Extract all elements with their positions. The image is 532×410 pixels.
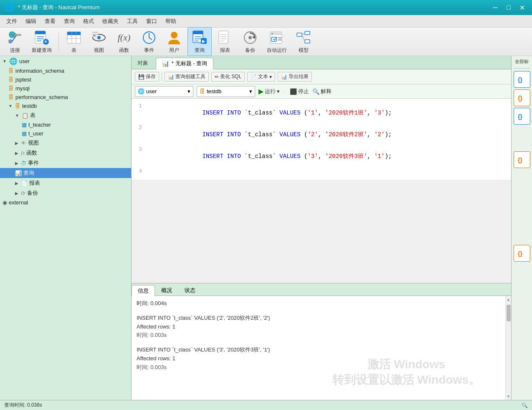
menu-help[interactable]: 帮助 — [161, 16, 180, 27]
paren-1: ( — [301, 110, 308, 116]
text-icon: 📄 — [251, 74, 257, 80]
sidebar-item-t-teacher[interactable]: ▦ t_teacher — [0, 120, 131, 129]
funcs-icon: fx — [21, 150, 25, 156]
run-label: 运行 — [265, 88, 276, 95]
sidebar-item-user-connection[interactable]: ▼ 🌐 user — [0, 56, 131, 66]
minimize-button[interactable]: ─ — [489, 2, 501, 13]
sidebar-item-performance-schema[interactable]: 🗄 performance_schema — [0, 93, 131, 102]
toolbar-table[interactable]: 表 — [62, 28, 86, 56]
menu-query[interactable]: 查询 — [60, 16, 79, 27]
explain-button[interactable]: 🔍 解释 — [312, 88, 332, 95]
toolbar-event[interactable]: 事件 — [137, 28, 161, 56]
end-3: ); — [385, 153, 392, 160]
sidebar-item-backups-folder[interactable]: ▶ ⟳ 备份 — [0, 188, 131, 198]
right-panel-btn-3[interactable]: {} — [514, 108, 530, 125]
code-line-1: 1 INSERT INTO `t_class` VALUES ('1', '20… — [132, 102, 511, 124]
right-panel-btn-4[interactable]: {} — [514, 151, 530, 168]
toolbar-fx[interactable]: f(x) 函数 — [112, 28, 136, 56]
beautify-button[interactable]: ✏ 美化 SQL — [211, 72, 245, 81]
scroll-thumb[interactable] — [507, 305, 511, 321]
save-button[interactable]: 💾 保存 — [135, 72, 159, 81]
code-line-2: 2 INSERT INTO `t_class` VALUES ('2', '20… — [132, 124, 511, 145]
query-time-label: 查询时间: 0.038s — [4, 402, 42, 409]
connect-label: 连接 — [10, 47, 20, 54]
svg-text:+: + — [44, 39, 47, 45]
user-connection-icon: 🌐 — [9, 57, 18, 65]
close-button[interactable]: ✕ — [516, 2, 528, 13]
connection-select[interactable]: 🌐 user ▾ — [135, 86, 193, 97]
tab-object[interactable]: 对象 — [132, 57, 154, 69]
menu-edit[interactable]: 编辑 — [21, 16, 41, 27]
svg-rect-32 — [219, 31, 228, 43]
beautify-icon: ✏ — [215, 74, 219, 80]
run-button[interactable]: ▶ 运行 ▾ — [258, 87, 280, 95]
title-bar-controls: ─ □ ✕ — [489, 2, 528, 13]
menu-window[interactable]: 窗口 — [142, 16, 161, 27]
text-button[interactable]: 📄 文本 ▾ — [247, 72, 275, 81]
sidebar-item-reports-folder[interactable]: ▶ 📄 报表 — [0, 178, 131, 188]
menu-format[interactable]: 格式 — [79, 16, 98, 27]
toolbar-connect[interactable]: + 连接 — [3, 28, 27, 56]
sidebar-item-information-schema[interactable]: 🗄 information_schema — [0, 66, 131, 75]
right-panel-btn-2[interactable]: {} — [514, 89, 530, 106]
scroll-up-arrow[interactable]: ▲ — [505, 296, 511, 303]
database-select[interactable]: 🗄 testdb ▾ — [197, 86, 255, 97]
scroll-down-arrow[interactable]: ▼ — [505, 393, 511, 400]
sidebar-item-mysql[interactable]: 🗄 mysql — [0, 84, 131, 93]
save-icon: 💾 — [138, 74, 144, 80]
sidebar-item-external[interactable]: ◉ external — [0, 198, 131, 207]
right-panel-btn-5[interactable]: {} — [514, 245, 530, 262]
sidebar-item-views-folder[interactable]: ▶ 👁 视图 — [0, 138, 131, 148]
menu-tools[interactable]: 工具 — [123, 16, 142, 27]
search-icon[interactable]: 🔍 — [522, 402, 528, 408]
code-line-3: 3 INSERT INTO `t_class` VALUES ('3', '20… — [132, 145, 511, 167]
result-scrollbar[interactable]: ▲ ▼ — [505, 296, 511, 400]
result-entry-1: INSERT INTO `t_class` VALUES ('2', '2020… — [137, 314, 500, 340]
maximize-button[interactable]: □ — [503, 2, 514, 13]
sidebar-item-jsptest[interactable]: 🗄 jsptest — [0, 75, 131, 84]
app-icon: 🌐 — [4, 3, 15, 13]
toolbar-view[interactable]: 视图 — [87, 28, 111, 56]
stop-button[interactable]: ⬛ 停止 — [290, 88, 309, 95]
report-icon — [217, 29, 233, 46]
line-content-1: INSERT INTO `t_class` VALUES ('1', '2020… — [146, 102, 511, 123]
sidebar-item-funcs-folder[interactable]: ▶ fx 函数 — [0, 148, 131, 158]
sidebar-item-events-folder[interactable]: ▶ ⏱ 事件 — [0, 158, 131, 168]
toolbar-backup[interactable]: 备份 — [238, 28, 262, 56]
right-panel-top-label: 全部标 — [514, 58, 529, 66]
result-content: 时间: 0.004s INSERT INTO `t_class` VALUES … — [132, 296, 505, 400]
right-panel-btn-1[interactable]: {} — [514, 71, 530, 88]
editor-main[interactable]: 1 INSERT INTO `t_class` VALUES ('1', '20… — [132, 99, 511, 283]
result-entry-2: INSERT INTO `t_class` VALUES ('3', '2020… — [137, 346, 500, 372]
toolbar-model[interactable]: 模型 — [292, 28, 315, 56]
menu-file[interactable]: 文件 — [2, 16, 21, 27]
export-button[interactable]: 📊 导出结果 — [278, 72, 312, 81]
toolbar-newquery[interactable]: + 新建查询 — [28, 28, 55, 56]
external-label: external — [9, 199, 28, 206]
result-tab-overview[interactable]: 概况 — [155, 285, 178, 295]
builder-icon: 📊 — [168, 74, 174, 80]
query-builder-button[interactable]: 📊 查询创建工具 — [165, 72, 209, 81]
val3-1: '3' — [374, 110, 385, 116]
user-label: 用户 — [169, 47, 179, 54]
queries-icon: 📊 — [15, 170, 22, 176]
result-tab-status[interactable]: 状态 — [178, 285, 202, 295]
code-editor[interactable]: 1 INSERT INTO `t_class` VALUES ('1', '20… — [132, 99, 511, 180]
sidebar-item-queries-folder[interactable]: 📊 查询 — [0, 168, 131, 178]
sidebar-item-testdb[interactable]: ▼ 🗄 testdb — [0, 102, 131, 110]
sidebar-item-tables-folder[interactable]: ▼ 📋 表 — [0, 110, 131, 120]
comma-2a: , — [318, 131, 325, 138]
tab-query[interactable]: 📊 * 无标题 - 查询 — [156, 58, 213, 69]
sidebar-item-t-user[interactable]: ▦ t_user — [0, 129, 131, 138]
toolbar-autorun[interactable]: 自动运行 — [263, 28, 290, 56]
result-tab-info[interactable]: 信息 — [132, 285, 155, 296]
views-icon: 👁 — [21, 140, 26, 146]
arrow-tables: ▼ — [15, 113, 19, 118]
menu-favorites[interactable]: 收藏夹 — [98, 16, 123, 27]
toolbar-query[interactable]: ▶ 查询 — [187, 27, 212, 56]
menu-view[interactable]: 查看 — [41, 16, 60, 27]
toolbar-report[interactable]: 报表 — [213, 28, 237, 56]
tab-query-label: * 无标题 - 查询 — [172, 60, 207, 67]
report-label: 报表 — [220, 47, 230, 54]
toolbar-user[interactable]: 用户 — [162, 28, 186, 56]
